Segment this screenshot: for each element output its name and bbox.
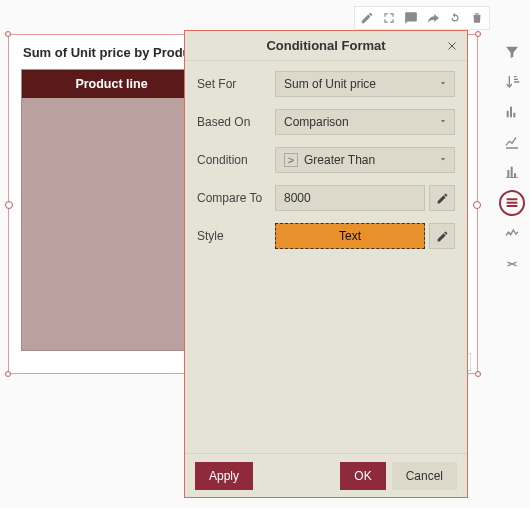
condition-select[interactable]: > Greater Than [275,147,455,173]
conditional-format-dialog: Conditional Format Set For Sum of Unit p… [184,30,468,498]
set-for-select[interactable]: Sum of Unit price [275,71,455,97]
widget-title: Sum of Unit price by Produc [23,45,198,60]
line-chart-icon[interactable] [500,130,524,154]
close-icon[interactable] [443,37,461,55]
share-icon[interactable] [423,9,443,27]
based-on-label: Based On [197,115,267,129]
table-icon[interactable] [499,190,525,216]
viz-sidebar [498,40,526,276]
style-preview[interactable]: Text [275,223,425,249]
refresh-icon[interactable] [445,9,465,27]
filter-icon[interactable] [500,40,524,64]
ok-button[interactable]: OK [340,462,385,490]
dialog-title: Conditional Format [266,38,385,53]
comment-icon[interactable] [401,9,421,27]
dialog-footer: Apply OK Cancel [185,453,467,497]
compare-to-input[interactable]: 8000 [275,185,425,211]
compare-to-label: Compare To [197,191,267,205]
chevron-down-icon [438,77,448,91]
edit-icon[interactable] [357,9,377,27]
condition-label: Condition [197,153,267,167]
expand-icon[interactable] [379,9,399,27]
chevron-down-icon [438,153,448,167]
sparkline-icon[interactable] [500,222,524,246]
collapse-icon[interactable] [500,252,524,276]
dialog-header: Conditional Format [185,31,467,61]
edit-compare-button[interactable] [429,185,455,211]
cancel-button[interactable]: Cancel [392,462,457,490]
set-for-label: Set For [197,77,267,91]
bar-chart-icon[interactable] [500,100,524,124]
chevron-down-icon [438,115,448,129]
delete-icon[interactable] [467,9,487,27]
based-on-select[interactable]: Comparison [275,109,455,135]
style-label: Style [197,229,267,243]
greater-than-icon: > [284,153,298,167]
column-header-left[interactable]: Product line [22,70,202,98]
sort-icon[interactable] [500,70,524,94]
apply-button[interactable]: Apply [195,462,253,490]
widget-toolbar [354,6,490,30]
edit-style-button[interactable] [429,223,455,249]
column-chart-icon[interactable] [500,160,524,184]
